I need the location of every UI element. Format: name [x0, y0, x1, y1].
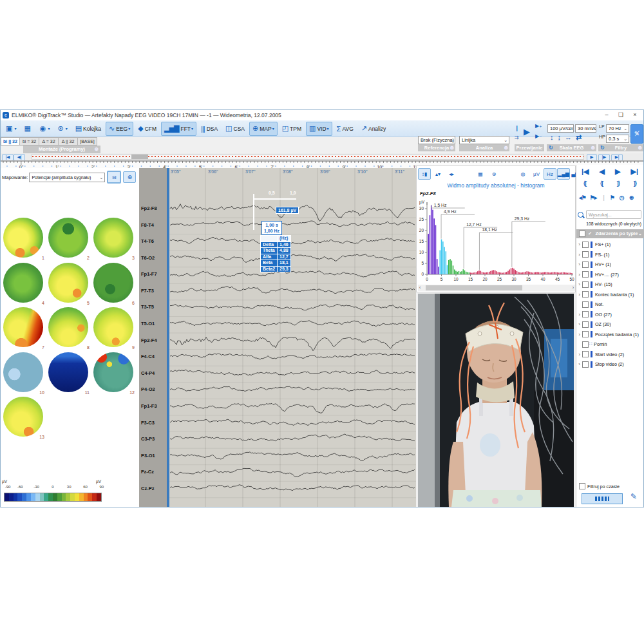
expand-arrow-icon[interactable]: ›	[576, 281, 582, 287]
toolbar-button-kolejka[interactable]: ▤Kolejka	[72, 122, 104, 136]
maximize-button[interactable]: ❏	[614, 110, 628, 120]
compress-vertical-icon[interactable]: ↨	[558, 133, 562, 142]
expand-arrow-icon[interactable]: ›	[576, 272, 582, 278]
topo-map-9[interactable]: 9	[92, 306, 137, 350]
toolbar-button-eeg[interactable]: ∿EEG▾	[106, 122, 133, 136]
channel-label-C3-P3[interactable]: C3-P3	[141, 436, 155, 442]
hp-filter-select[interactable]: 0,3 s⌄	[606, 135, 629, 143]
speed-select[interactable]: 30 mm/s⌄	[575, 124, 596, 133]
channel-label-Cz-Pz[interactable]: Cz-Pz	[141, 486, 154, 491]
topo-map-8[interactable]: 8	[47, 306, 91, 350]
channel-label-Fp1-F3[interactable]: Fp1-F3	[141, 403, 157, 409]
event-type-row-11[interactable]: ∷Pomiń	[576, 339, 644, 349]
map-settings-button[interactable]: ⊛	[123, 171, 136, 183]
titlebar[interactable]: e ELMIKO® DigiTrack™ Studio — Artefakty …	[1, 110, 643, 121]
filter-checkbox[interactable]	[579, 483, 585, 489]
clock-icon-button[interactable]: ◷	[620, 194, 624, 201]
channel-label-T4-T6[interactable]: T4-T6	[141, 238, 154, 244]
topo-map-11[interactable]: 11	[47, 351, 91, 395]
event-checkbox[interactable]	[582, 351, 589, 357]
flag-next-button[interactable]: ⚑▸	[590, 194, 597, 201]
gear-icon[interactable]: ⊛	[95, 146, 99, 153]
nav-page-start-button[interactable]: ⟨[	[583, 180, 587, 187]
expand-arrow-icon[interactable]: ›	[576, 242, 582, 247]
channel-label-T6-O2[interactable]: T6-O2	[141, 255, 155, 261]
lp-filter-select[interactable]: 70 Hz⌄	[606, 124, 629, 133]
uv-mode-button[interactable]: µV	[530, 168, 543, 180]
cursor-tool-icon[interactable]: I	[516, 124, 518, 133]
channel-label-F3-C3[interactable]: F3-C3	[141, 420, 155, 426]
channel-label-P3-O1[interactable]: P3-O1	[141, 453, 155, 459]
event-type-row-2[interactable]: ›FS- (1)	[576, 250, 644, 260]
spectrum-scrollbar[interactable]: ‹ ›	[418, 285, 575, 291]
channel-label-C4-P4[interactable]: C4-P4	[141, 370, 155, 376]
event-type-row-12[interactable]: ›Start video (2)	[576, 350, 644, 359]
channel-label-T5-O1[interactable]: T5-O1	[141, 321, 155, 327]
toolbar-button-map[interactable]: ⊕MAP▾	[249, 122, 278, 136]
toolbar-button-cfm[interactable]: ◆CFM	[135, 122, 160, 136]
expand-arrow-icon[interactable]: ›	[576, 312, 582, 317]
channel-label-F8-T4[interactable]: F8-T4	[141, 222, 154, 228]
play-minus-icon[interactable]: ▶₋	[535, 133, 542, 139]
expand-arrow-icon[interactable]: ›	[576, 321, 582, 327]
event-settings-button[interactable]: ⊛	[629, 194, 634, 201]
gear-icon[interactable]: ⊛	[450, 144, 454, 151]
channel-label-Fp2-F4[interactable]: Fp2-F4	[141, 337, 157, 343]
scroll-right-arrow[interactable]: ›	[573, 285, 574, 291]
expand-arrow-icon[interactable]: ›	[576, 292, 582, 298]
channel-label-Fz-Cz[interactable]: Fz-Cz	[141, 469, 154, 475]
event-type-row-4[interactable]: ›HV+.... (27)	[576, 270, 644, 279]
expand-arrow-icon[interactable]: ›	[576, 352, 582, 357]
expand-horizontal-icon[interactable]: ↔	[565, 133, 572, 142]
filter-by-time-row[interactable]: Filtruj po czasie	[579, 483, 620, 489]
events-header[interactable]: ✓ Zdarzenia po typie ⌄	[576, 229, 644, 238]
position-scrollbar-thumb[interactable]	[131, 155, 148, 159]
expand-arrow-icon[interactable]: ›	[576, 261, 582, 267]
event-checkbox[interactable]	[582, 251, 589, 258]
analiza-select[interactable]: Linijka⌄	[459, 136, 509, 144]
channel-label-T3-T5[interactable]: T3-T5	[141, 304, 154, 310]
hz-mode-button[interactable]: Hz	[544, 168, 556, 180]
play-plus-icon[interactable]: ▶₊	[535, 123, 542, 129]
channel-label-Fp2-F8[interactable]: Fp2-F8	[141, 205, 157, 211]
toolbar-button-preview[interactable]: ◉▾	[37, 122, 53, 136]
montage-tab-4[interactable]: Δ || 32	[59, 137, 78, 146]
montage-tab-3[interactable]: Δ = 32	[39, 137, 59, 146]
toolbar-button-analizy[interactable]: ↗Analizy	[358, 122, 390, 136]
toolbar-button-save[interactable]: ▣▾	[3, 122, 19, 136]
nav-step-back-button[interactable]: ⟨[	[600, 180, 603, 187]
position-scrollbar-track[interactable]	[32, 154, 584, 160]
event-type-row-10[interactable]: ›Początek badania (1)	[576, 330, 644, 339]
expand-arrow-icon[interactable]: ›	[576, 252, 582, 258]
toolbar-button-dsa[interactable]: |||DSA	[198, 122, 221, 136]
nav-prev-button[interactable]: ◀	[600, 167, 605, 176]
nav-next-button[interactable]: ▶	[615, 167, 620, 176]
uv-scale-select[interactable]: 100 µV/cm⌄	[547, 124, 574, 133]
topo-map-3[interactable]: 3	[92, 216, 137, 261]
mapowanie-select[interactable]: Potencjał (amplituda sygnału)⌄	[29, 173, 105, 182]
event-type-row-6[interactable]: ›Koniec badania (1)	[576, 290, 644, 299]
toolbar-button-fft[interactable]: ▂▅▇FFT▾	[161, 122, 196, 136]
event-checkbox[interactable]	[582, 291, 589, 298]
search-input[interactable]: Wyszukaj...	[586, 210, 641, 219]
event-checkbox[interactable]	[582, 331, 589, 337]
channel-label-F7-T3[interactable]: F7-T3	[141, 288, 154, 294]
event-type-row-8[interactable]: ›OO (27)	[576, 310, 644, 319]
print-button[interactable]: ▦	[474, 168, 487, 180]
toolbar-button-tpm[interactable]: ◰TPM	[279, 122, 305, 136]
hist-style1-button[interactable]: ▂▄▆	[557, 168, 570, 180]
event-checkbox[interactable]	[582, 271, 589, 278]
refresh-icon[interactable]: ↻	[600, 144, 605, 151]
topo-map-7[interactable]: 7	[2, 306, 46, 350]
step-icon[interactable]: ⇉	[515, 135, 519, 140]
scroll-left-arrow[interactable]: ‹	[419, 285, 421, 291]
toolbar-button-avg[interactable]: ΣAVG	[334, 122, 357, 136]
scale-mode-button[interactable]: ↕▮	[418, 168, 431, 180]
topo-map-13[interactable]: 13	[2, 395, 46, 440]
topo-map-1[interactable]: 1	[2, 216, 46, 261]
toolbar-button-vid[interactable]: ▥VID▾	[306, 122, 332, 136]
toolbar-button-settings[interactable]: ⊛▾	[54, 122, 70, 136]
spin-vertical-button[interactable]: ▴▾	[431, 168, 444, 180]
flag-icon-button[interactable]: ⚑	[610, 194, 614, 201]
event-checkbox[interactable]	[582, 321, 589, 328]
